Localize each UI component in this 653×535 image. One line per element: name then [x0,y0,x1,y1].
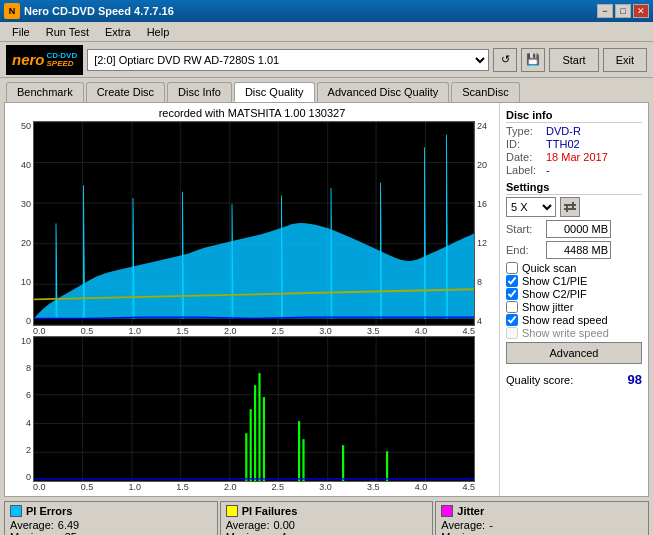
nero-logo: nero [12,51,45,68]
menu-file[interactable]: File [4,24,38,40]
tab-disc-quality[interactable]: Disc Quality [234,82,315,102]
svg-rect-36 [342,445,344,481]
end-input[interactable] [546,241,611,259]
main-content: recorded with MATSHITA 1.00 130327 50 40… [4,102,649,497]
menu-extra[interactable]: Extra [97,24,139,40]
svg-rect-33 [263,397,265,481]
pi-errors-max: Maximum: 35 [10,531,212,535]
pi-max-value: 35 [65,531,77,535]
settings-title: Settings [506,181,642,195]
start-button[interactable]: Start [549,48,598,72]
start-row: Start: [506,220,642,238]
show-c1-pie-checkbox[interactable] [506,275,518,287]
bottom-chart-wrapper: 10 8 6 4 2 0 [9,336,495,482]
quality-score-value: 98 [628,372,642,387]
svg-rect-31 [254,385,256,481]
jitter-color [441,505,453,517]
advanced-button[interactable]: Advanced [506,342,642,364]
jitter-max: Maximum: - [441,531,643,535]
show-write-speed-row: Show write speed [506,327,642,339]
show-read-speed-checkbox[interactable] [506,314,518,326]
title-bar-text: Nero CD-DVD Speed 4.7.7.16 [24,5,174,17]
tabs: Benchmark Create Disc Disc Info Disc Qua… [0,78,653,102]
pif-max-label: Maximum: [226,531,277,535]
show-read-speed-label: Show read speed [522,314,608,326]
pi-failures-color [226,505,238,517]
start-input[interactable] [546,220,611,238]
pi-failures-label: PI Failures [242,505,298,517]
pi-errors-group: PI Errors Average: 6.49 Maximum: 35 Tota… [4,501,218,535]
settings-section: Settings 5 X Start: End: Quick scan [506,181,642,364]
pif-avg-value: 0.00 [274,519,295,531]
maximize-button[interactable]: □ [615,4,631,18]
speed-select[interactable]: 5 X [506,197,556,217]
close-button[interactable]: ✕ [633,4,649,18]
app-icon: N [4,3,20,19]
pi-failures-group: PI Failures Average: 0.00 Maximum: 4 Tot… [220,501,434,535]
show-jitter-checkbox[interactable] [506,301,518,313]
svg-rect-30 [250,409,252,481]
tab-disc-info[interactable]: Disc Info [167,82,232,102]
disc-label-row: Label: - [506,164,642,176]
pi-errors-header: PI Errors [10,505,212,517]
settings-icon-btn[interactable] [560,197,580,217]
refresh-button[interactable]: ↺ [493,48,517,72]
svg-rect-32 [258,373,260,481]
show-c2-pif-checkbox[interactable] [506,288,518,300]
menu-help[interactable]: Help [139,24,178,40]
type-value: DVD-R [546,125,581,137]
top-y-axis-right: 24 20 16 12 8 4 [475,121,495,326]
id-value: TTH02 [546,138,580,150]
quality-score-row: Quality score: 98 [506,372,642,387]
pi-errors-label: PI Errors [26,505,72,517]
pif-avg-label: Average: [226,519,270,531]
toolbar: nero CD·DVD SPEED [2:0] Optiarc DVD RW A… [0,42,653,78]
jitter-max-label: Maximum: [441,531,492,535]
jitter-avg-value: - [489,519,493,531]
pi-failures-max: Maximum: 4 [226,531,428,535]
show-jitter-row: Show jitter [506,301,642,313]
tab-benchmark[interactable]: Benchmark [6,82,84,102]
save-button[interactable]: 💾 [521,48,545,72]
speed-row: 5 X [506,197,642,217]
show-write-speed-checkbox[interactable] [506,327,518,339]
show-write-speed-label: Show write speed [522,327,609,339]
drive-select[interactable]: [2:0] Optiarc DVD RW AD-7280S 1.01 [87,49,489,71]
end-row: End: [506,241,642,259]
bottom-y-axis-right [475,336,495,482]
bottom-stats: PI Errors Average: 6.49 Maximum: 35 Tota… [4,501,649,535]
pif-max-value: 4 [280,531,286,535]
tab-advanced-disc-quality[interactable]: Advanced Disc Quality [317,82,450,102]
chart-area: recorded with MATSHITA 1.00 130327 50 40… [5,103,500,496]
disc-id-row: ID: TTH02 [506,138,642,150]
type-label: Type: [506,125,542,137]
show-c1-pie-row: Show C1/PIE [506,275,642,287]
top-x-axis: 0.0 0.5 1.0 1.5 2.0 2.5 3.0 3.5 4.0 4.5 [9,326,495,336]
bottom-x-axis: 0.0 0.5 1.0 1.5 2.0 2.5 3.0 3.5 4.0 4.5 [9,482,495,492]
minimize-button[interactable]: − [597,4,613,18]
jitter-label: Jitter [457,505,484,517]
tab-scandisc[interactable]: ScanDisc [451,82,519,102]
show-read-speed-row: Show read speed [506,314,642,326]
disc-info-title: Disc info [506,109,642,123]
svg-rect-39 [564,208,576,210]
svg-rect-35 [302,439,304,481]
disc-info-section: Disc info Type: DVD-R ID: TTH02 Date: 18… [506,109,642,177]
pi-failures-header: PI Failures [226,505,428,517]
quick-scan-row: Quick scan [506,262,642,274]
jitter-header: Jitter [441,505,643,517]
bottom-y-axis: 10 8 6 4 2 0 [9,336,33,482]
tab-create-disc[interactable]: Create Disc [86,82,165,102]
svg-rect-34 [298,421,300,481]
show-jitter-label: Show jitter [522,301,573,313]
right-panel: Disc info Type: DVD-R ID: TTH02 Date: 18… [500,103,648,496]
disc-date-row: Date: 18 Mar 2017 [506,151,642,163]
exit-button[interactable]: Exit [603,48,647,72]
pi-failures-avg: Average: 0.00 [226,519,428,531]
quick-scan-checkbox[interactable] [506,262,518,274]
title-bar: N Nero CD-DVD Speed 4.7.7.16 − □ ✕ [0,0,653,22]
pi-avg-value: 6.49 [58,519,79,531]
disc-type-row: Type: DVD-R [506,125,642,137]
menu-run-test[interactable]: Run Test [38,24,97,40]
label-value: - [546,164,550,176]
